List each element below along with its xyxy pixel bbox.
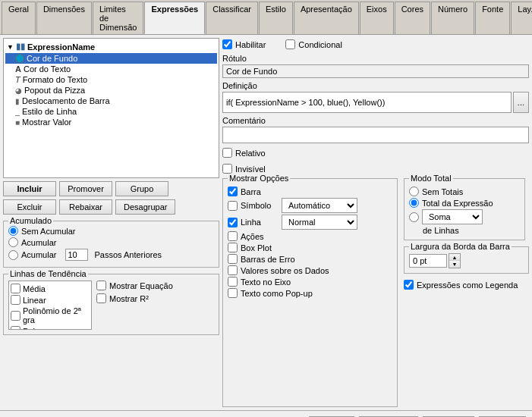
invisivel-label: Invisível (235, 165, 266, 174)
simbolo-select[interactable]: Automático (282, 198, 357, 213)
barras-erro-check[interactable] (228, 254, 238, 264)
relativo-check[interactable] (222, 148, 232, 158)
tree-item-label: Cor de Fundo (27, 54, 77, 63)
comentario-input[interactable] (222, 127, 529, 143)
tendencia-media-check[interactable] (11, 284, 20, 293)
rotulo-input[interactable] (222, 64, 529, 78)
condicional-check[interactable] (285, 39, 295, 49)
bar-icon: ▮ (15, 97, 20, 105)
text-a-icon: A (15, 64, 21, 74)
dots-button[interactable]: ... (513, 92, 529, 113)
sem-totais-radio[interactable] (409, 187, 419, 196)
definicao-section: Definição ... (222, 81, 529, 113)
tab-dimensoes[interactable]: Dimensões (36, 2, 92, 34)
tab-estilo[interactable]: Estilo (259, 2, 293, 34)
largura-spin-up[interactable]: ▲ (449, 254, 460, 261)
sem-totais-label: Sem Totais (422, 187, 463, 196)
simbolo-row: Símbolo Automático (228, 198, 392, 213)
total-expressao-row: Total da Expressão (409, 198, 520, 208)
rebaixar-button[interactable]: Rebaixar (59, 199, 112, 215)
promover-button[interactable]: Promover (59, 181, 112, 196)
texto-eixo-label: Texto no Eixo (241, 277, 291, 287)
tree-item-formato-texto[interactable]: T Formato do Texto (5, 74, 217, 85)
excluir-button[interactable]: Excluir (3, 199, 56, 215)
grupo-button[interactable]: Grupo (115, 181, 168, 196)
largura-spin-input[interactable] (409, 254, 447, 268)
tendencia-pol-label: Pol... (23, 327, 42, 331)
invisivel-check-row: Invisível (222, 164, 266, 174)
tendencia-pol-check[interactable] (11, 326, 20, 330)
texto-popup-check[interactable] (228, 288, 238, 298)
soma-select[interactable]: Soma (422, 209, 483, 224)
tab-lay[interactable]: Lay... (511, 2, 532, 34)
top-buttons: Incluir Promover Grupo (3, 181, 219, 196)
tab-limites[interactable]: Limites de Dimensão (93, 2, 144, 34)
tab-apresentacao[interactable]: Apresentação (294, 2, 359, 34)
mostrar-equacao-check[interactable] (96, 281, 106, 290)
tab-cores[interactable]: Cores (395, 2, 430, 34)
acumular-spin-input[interactable] (65, 249, 88, 261)
largura-spin-down[interactable]: ▼ (449, 261, 460, 268)
tree-item-popout[interactable]: ◕ Popout da Pizza (5, 85, 217, 96)
expression-tree[interactable]: ▼ ▮▮ ExpressionName Cor de Fundo A Cor d… (3, 38, 219, 178)
mostrar-r2-row: Mostrar R² (96, 293, 173, 303)
habilitar-check-row: Habilitar (222, 39, 266, 49)
tree-item-deslocamento[interactable]: ▮ Deslocamento de Barra (5, 96, 217, 106)
left-panel: ▼ ▮▮ ExpressionName Cor de Fundo A Cor d… (3, 38, 219, 407)
sem-acumular-row: Sem Acumular (8, 226, 214, 236)
tree-item-mostrar-valor[interactable]: ■ Mostrar Valor (5, 117, 217, 127)
tree-item-estilo-linha[interactable]: ⎯ Estilo de Linha (5, 106, 217, 117)
acoes-check[interactable] (228, 231, 238, 241)
soma-radio[interactable] (409, 212, 419, 222)
tree-item-cor-texto[interactable]: A Cor do Texto (5, 64, 217, 74)
tendencia-list[interactable]: Média Linear Polinômio de 2ª gra Pol... (8, 281, 92, 330)
valores-dados-row: Valores sobre os Dados (228, 265, 392, 275)
definicao-input[interactable] (222, 92, 512, 113)
valores-dados-label: Valores sobre os Dados (241, 266, 329, 275)
desagrupar-button[interactable]: Desagrupar (115, 199, 175, 215)
tendencia-polinomio-check[interactable] (11, 311, 20, 321)
linha-label: Linha (241, 218, 279, 227)
tendencia-linear-label: Linear (23, 296, 46, 305)
tab-classificar[interactable]: Classificar (206, 2, 258, 34)
barra-check[interactable] (228, 187, 238, 196)
tab-geral[interactable]: Geral (2, 2, 36, 34)
incluir-button[interactable]: Incluir (3, 181, 56, 196)
sem-acumular-radio[interactable] (8, 226, 18, 236)
mostrar-r2-check[interactable] (96, 293, 106, 303)
tab-bar: Geral Dimensões Limites de Dimensão Expr… (0, 0, 532, 35)
linha-check[interactable] (228, 218, 238, 227)
tendencia-pol: Pol... (11, 325, 90, 330)
barra-label: Barra (241, 187, 261, 196)
tree-root: ▼ ▮▮ ExpressionName (5, 40, 217, 53)
expressoes-legenda-check[interactable] (404, 280, 414, 290)
tendencia-polinomio-label: Polinômio de 2ª gra (23, 306, 90, 325)
invisivel-row: Invisível (222, 164, 529, 174)
mostrar-equacao-row: Mostrar Equação (96, 281, 173, 290)
tendencia-opts: Mostrar Equação Mostrar R² (96, 281, 173, 330)
box-plot-check[interactable] (228, 243, 238, 252)
relativo-check-row: Relativo (222, 148, 266, 158)
condicional-check-row: Condicional (285, 39, 342, 49)
habilitar-check[interactable] (222, 39, 232, 49)
acumular-n-radio[interactable] (8, 250, 18, 260)
modo-total-content: Sem Totais Total da Expressão Soma (409, 187, 520, 235)
valores-dados-check[interactable] (228, 265, 238, 275)
tree-item-label: Formato do Texto (23, 75, 87, 84)
habilitar-label: Habilitar (235, 40, 266, 49)
definicao-area: ... (222, 92, 529, 113)
tab-numero[interactable]: Número (431, 2, 474, 34)
acumular-radio[interactable] (8, 237, 18, 247)
linha-select[interactable]: Normal (282, 215, 357, 230)
texto-eixo-check[interactable] (228, 277, 238, 287)
tree-item-cor-fundo[interactable]: Cor de Fundo (5, 53, 217, 64)
invisivel-check[interactable] (222, 164, 232, 174)
total-expressao-radio[interactable] (409, 198, 419, 208)
tendencia-linear-check[interactable] (11, 295, 20, 305)
tab-expressoes[interactable]: Expressões (144, 2, 205, 34)
simbolo-check[interactable] (228, 201, 238, 211)
box-plot-label: Box Plot (241, 243, 272, 252)
tab-eixos[interactable]: Eixos (360, 2, 394, 34)
rotulo-label: Rótulo (222, 54, 529, 63)
tab-fonte[interactable]: Fonte (475, 2, 510, 34)
